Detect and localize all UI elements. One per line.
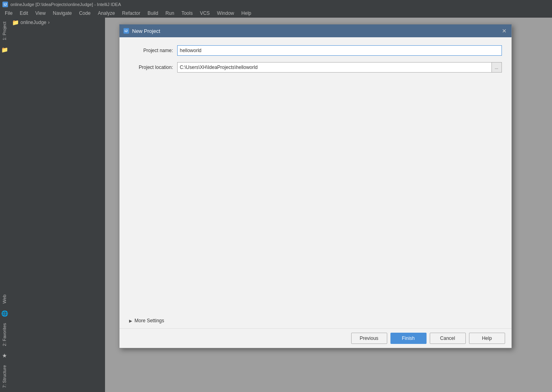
menu-view[interactable]: View	[32, 10, 49, 17]
previous-button[interactable]: Previous	[351, 333, 387, 344]
project-folder-icon: 📁	[12, 19, 19, 26]
sidebar-tab-favorites[interactable]: 2: Favorites	[0, 319, 8, 350]
folder-icon[interactable]: 📁	[1, 44, 8, 55]
more-settings-arrow-icon: ▶	[129, 319, 132, 323]
project-location-row: Project location: ...	[129, 62, 502, 73]
project-location-group: ...	[177, 62, 502, 73]
menu-build[interactable]: Build	[144, 10, 162, 17]
dialog-close-button[interactable]: ✕	[501, 28, 508, 34]
dialog-title-icon: IJ	[123, 28, 129, 34]
dialog-content-area	[129, 79, 502, 311]
project-header: 📁 onlineJudge ›	[9, 18, 105, 27]
new-project-dialog: IJ New Project ✕ Project name: Project l…	[119, 24, 512, 348]
more-settings-label: More Settings	[135, 318, 164, 323]
browse-button[interactable]: ...	[491, 62, 502, 73]
sidebar-tab-structure[interactable]: 7: Structure	[0, 361, 8, 392]
menu-vcs[interactable]: VCS	[197, 10, 213, 17]
project-root-label[interactable]: onlineJudge	[20, 20, 47, 25]
sidebar-tab-project[interactable]: 1: Project	[0, 18, 8, 44]
app-icon: IJ	[2, 2, 8, 7]
star-icon[interactable]: ★	[2, 350, 7, 361]
menu-analyze[interactable]: Analyze	[95, 10, 118, 17]
menu-run[interactable]: Run	[162, 10, 178, 17]
web-icon[interactable]: 🌐	[1, 308, 8, 319]
menu-edit[interactable]: Edit	[16, 10, 31, 17]
left-sidebar: 1: Project 📁 Web 🌐 2: Favorites ★ 7: Str…	[0, 18, 9, 392]
dialog-body: Project name: Project location: ...	[119, 37, 512, 318]
title-bar: IJ onlineJudge [D:\IdeaProjects\onlineJu…	[0, 0, 552, 9]
finish-button[interactable]: Finish	[390, 333, 427, 344]
menu-refactor[interactable]: Refactor	[119, 10, 144, 17]
menu-code[interactable]: Code	[76, 10, 94, 17]
project-panel: 📁 onlineJudge ›	[9, 18, 105, 392]
menu-file[interactable]: File	[2, 10, 16, 17]
dialog-title-text: New Project	[132, 28, 160, 34]
project-location-label: Project location:	[129, 65, 177, 70]
cancel-button[interactable]: Cancel	[430, 333, 466, 344]
project-location-input[interactable]	[177, 62, 491, 73]
dialog-titlebar: IJ New Project ✕	[119, 24, 512, 37]
project-name-row: Project name:	[129, 45, 502, 56]
project-name-label: Project name:	[129, 48, 177, 53]
help-button[interactable]: Help	[469, 333, 505, 344]
window-title: onlineJudge [D:\IdeaProjects\onlineJudge…	[10, 2, 121, 7]
menu-navigate[interactable]: Navigate	[50, 10, 75, 17]
dialog-title-left: IJ New Project	[123, 28, 160, 34]
sidebar-tab-web[interactable]: Web	[0, 291, 8, 307]
project-name-input[interactable]	[177, 45, 502, 56]
menu-help[interactable]: Help	[238, 10, 255, 17]
more-settings-row[interactable]: ▶ More Settings	[119, 318, 512, 328]
menu-tools[interactable]: Tools	[178, 10, 196, 17]
project-chevron: ›	[48, 20, 50, 25]
menu-bar: File Edit View Navigate Code Analyze Ref…	[0, 9, 552, 18]
menu-window[interactable]: Window	[214, 10, 237, 17]
dialog-footer: Previous Finish Cancel Help	[119, 328, 512, 348]
